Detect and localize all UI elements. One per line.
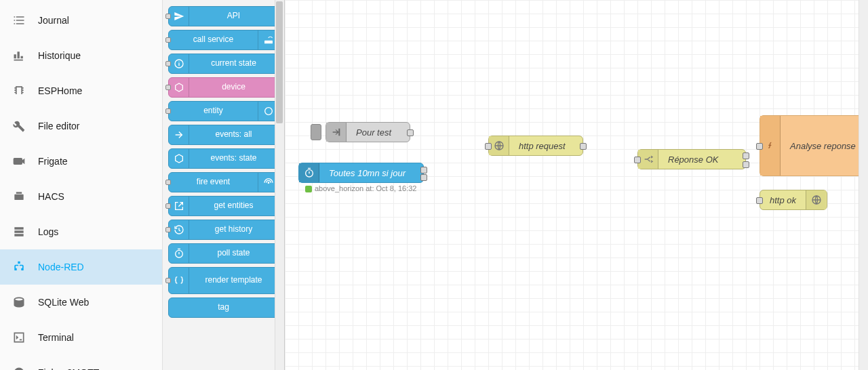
- sidebar-item-label: Logs: [38, 226, 58, 237]
- database-icon: [11, 294, 27, 310]
- palette-label: entity: [169, 106, 258, 115]
- palette-render-template[interactable]: render template: [168, 267, 279, 294]
- status-dot: [305, 186, 312, 192]
- node-http-ok[interactable]: http ok: [760, 190, 827, 210]
- hacs-icon: [11, 188, 27, 205]
- sidebar-item-label: ESPHome: [38, 85, 82, 96]
- timer-icon: [299, 163, 319, 182]
- open-icon: [169, 197, 189, 215]
- chip-icon: [11, 83, 27, 99]
- camera-icon: [11, 153, 27, 169]
- wrench-icon: [11, 118, 27, 134]
- sidebar-item-journal[interactable]: Journal: [0, 3, 162, 38]
- palette-label: events: all: [189, 130, 278, 139]
- flow-canvas[interactable]: Pour test Toutes 10mn si jour above_hori…: [285, 0, 868, 370]
- sitemap-icon: [11, 259, 27, 275]
- palette-call-service[interactable]: call service: [168, 30, 279, 50]
- arrow-in-icon: [326, 123, 347, 142]
- sidebar-item-logs[interactable]: Logs: [0, 214, 162, 249]
- sidebar-item-label: Journal: [38, 15, 69, 26]
- sidebar-item-label: Zigbee2MQTT: [38, 367, 99, 370]
- sidebar-item-historique[interactable]: Historique: [0, 38, 162, 73]
- node-label: http ok: [760, 195, 806, 205]
- cube-icon: [169, 78, 189, 97]
- palette-label: device: [189, 83, 278, 91]
- svg-point-2: [14, 368, 24, 371]
- sidebar-item-frigate[interactable]: Frigate: [0, 144, 162, 179]
- sidebar-item-file-editor[interactable]: File editor: [0, 108, 162, 144]
- send-icon: [169, 7, 189, 26]
- node-function[interactable]: Analyse reponse: [760, 115, 868, 176]
- palette-events-state[interactable]: events: state: [168, 148, 279, 169]
- inject-button[interactable]: [311, 124, 321, 140]
- node-switch[interactable]: Réponse OK: [637, 149, 746, 169]
- palette-label: call service: [169, 35, 258, 44]
- node-label: Pour test: [347, 127, 401, 138]
- svg-rect-7: [338, 129, 340, 136]
- function-icon: [760, 116, 781, 176]
- node-label: http request: [509, 141, 575, 151]
- node-status-text: above_horizon at: Oct 8, 16:32: [315, 184, 416, 192]
- chart-bar-icon: [11, 47, 27, 64]
- palette-label: current state: [189, 59, 278, 68]
- sidebar-item-label: Historique: [38, 50, 81, 61]
- node-inject[interactable]: Pour test: [326, 122, 410, 142]
- palette-label: API: [189, 12, 278, 20]
- sidebar-item-label: SQLite Web: [38, 297, 89, 308]
- sidebar-item-zigbee[interactable]: Zigbee2MQTT: [0, 355, 162, 370]
- sidebar-item-label: Node-RED: [38, 262, 84, 272]
- palette-tag[interactable]: tag: [168, 297, 279, 318]
- palette-poll-state[interactable]: poll state: [168, 243, 279, 264]
- hex-icon: [169, 149, 189, 168]
- palette-scroll-thumb[interactable]: [276, 1, 283, 123]
- sidebar-item-esphome[interactable]: ESPHome: [0, 73, 162, 108]
- sidebar-item-hacs[interactable]: HACS: [0, 179, 162, 214]
- logs-icon: [11, 224, 27, 240]
- node-palette: API call service current state device en…: [163, 0, 285, 370]
- sidebar-item-label: File editor: [38, 121, 79, 131]
- node-label: Toutes 10mn si jour: [319, 168, 415, 178]
- svg-rect-1: [16, 192, 22, 194]
- history-icon: [169, 220, 189, 239]
- palette-current-state[interactable]: current state: [168, 54, 279, 74]
- palette-entity[interactable]: entity: [168, 101, 279, 121]
- sidebar-item-node-red[interactable]: Node-RED: [0, 249, 162, 285]
- palette-get-entities[interactable]: get entities: [168, 196, 279, 216]
- list-icon: [11, 12, 27, 28]
- sidebar-item-terminal[interactable]: Terminal: [0, 320, 162, 355]
- canvas-scrollbar[interactable]: [859, 0, 868, 370]
- sidebar-item-label: Frigate: [38, 156, 68, 167]
- palette-fire-event[interactable]: fire event: [168, 172, 279, 192]
- console-icon: [11, 329, 27, 346]
- node-http-request[interactable]: http request: [488, 136, 583, 156]
- node-trigger[interactable]: Toutes 10mn si jour: [298, 163, 424, 183]
- svg-point-5: [264, 108, 272, 115]
- zigbee-icon: [11, 365, 27, 370]
- flow-wires: [285, 0, 488, 102]
- timer-icon: [169, 244, 189, 263]
- svg-rect-0: [14, 194, 23, 200]
- palette-label: fire event: [169, 178, 258, 186]
- app-sidebar: Journal Historique ESPHome File editor F…: [0, 0, 163, 370]
- palette-label: get entities: [189, 201, 278, 210]
- sidebar-item-label: Terminal: [38, 332, 74, 343]
- braces-icon: [169, 268, 189, 293]
- palette-api[interactable]: API: [168, 6, 279, 26]
- palette-get-history[interactable]: get history: [168, 220, 279, 240]
- arrow-right-icon: [169, 125, 189, 144]
- palette-events-all[interactable]: events: all: [168, 125, 279, 145]
- palette-device[interactable]: device: [168, 77, 279, 98]
- palette-label: poll state: [189, 249, 278, 258]
- sidebar-item-label: HACS: [38, 191, 64, 202]
- info-icon: [169, 54, 189, 73]
- svg-rect-3: [264, 41, 273, 44]
- globe-icon: [806, 190, 826, 209]
- node-label: Analyse reponse: [781, 141, 865, 151]
- palette-scrollbar[interactable]: [275, 0, 284, 370]
- palette-label: render template: [189, 276, 278, 285]
- sidebar-item-sqlite[interactable]: SQLite Web: [0, 285, 162, 320]
- palette-label: events: state: [189, 154, 278, 163]
- node-label: Réponse OK: [658, 155, 728, 165]
- palette-label: get history: [189, 225, 278, 234]
- switch-icon: [638, 150, 658, 169]
